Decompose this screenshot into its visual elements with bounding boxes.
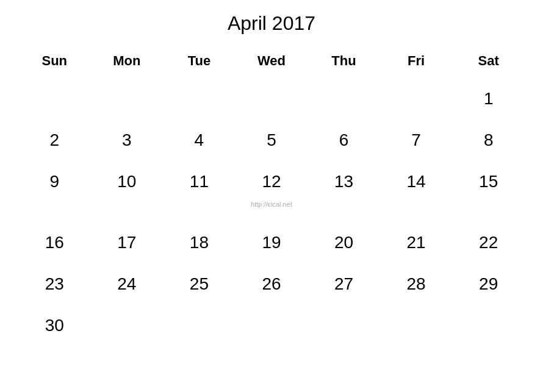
header-sun: Sun — [18, 47, 91, 78]
calendar-day-cell: 10 — [91, 161, 164, 222]
calendar-week-row: 1 — [18, 78, 525, 119]
header-mon: Mon — [91, 47, 164, 78]
calendar-week-row: 2345678 — [18, 119, 525, 161]
header-thu: Thu — [307, 47, 380, 78]
calendar-day-cell: 3 — [91, 119, 164, 161]
calendar-day-cell: 23 — [18, 263, 91, 305]
header-wed: Wed — [236, 47, 308, 78]
calendar-day-cell: 14 — [380, 161, 453, 222]
calendar-day-cell: 25 — [163, 263, 236, 305]
calendar-day-cell: 27 — [307, 263, 380, 305]
calendar-grid: Sun Mon Tue Wed Thu Fri Sat 123456789101… — [18, 47, 525, 346]
calendar-day-cell: 24 — [91, 263, 164, 305]
calendar-day-cell — [163, 305, 236, 346]
calendar-week-row: 23242526272829 — [18, 263, 525, 305]
header-tue: Tue — [163, 47, 236, 78]
calendar-day-cell: 19 — [236, 222, 308, 263]
calendar-day-cell — [236, 78, 308, 119]
calendar-day-cell: 21 — [380, 222, 453, 263]
calendar-day-cell: 20 — [307, 222, 380, 263]
calendar-day-cell — [452, 305, 525, 346]
calendar-day-cell — [163, 78, 236, 119]
calendar-title: April 2017 — [228, 12, 315, 35]
calendar-day-cell: 13 — [307, 161, 380, 222]
calendar-day-cell: 8 — [452, 119, 525, 161]
day-headers-row: Sun Mon Tue Wed Thu Fri Sat — [18, 47, 525, 78]
calendar-week-row: 9101112http://cical.net131415 — [18, 161, 525, 222]
calendar-day-cell: 1 — [452, 78, 525, 119]
calendar-day-cell: 30 — [18, 305, 91, 346]
calendar-day-cell — [91, 305, 164, 346]
calendar-day-cell: 28 — [380, 263, 453, 305]
calendar-day-cell: 18 — [163, 222, 236, 263]
calendar-day-cell: 29 — [452, 263, 525, 305]
calendar-day-cell: 2 — [18, 119, 91, 161]
calendar-day-cell — [91, 78, 164, 119]
calendar-day-cell: 6 — [307, 119, 380, 161]
header-sat: Sat — [452, 47, 525, 78]
calendar-day-cell: 26 — [236, 263, 308, 305]
calendar-body: 123456789101112http://cical.net131415161… — [18, 78, 525, 346]
header-fri: Fri — [380, 47, 453, 78]
calendar-day-cell — [236, 305, 308, 346]
day-number: 12 — [262, 172, 281, 191]
calendar-day-cell: 11 — [163, 161, 236, 222]
calendar-day-cell: 12http://cical.net — [236, 161, 308, 222]
calendar-day-cell — [380, 78, 453, 119]
calendar-day-cell: 15 — [452, 161, 525, 222]
calendar-day-cell: 7 — [380, 119, 453, 161]
calendar-day-cell: 9 — [18, 161, 91, 222]
calendar-day-cell: 22 — [452, 222, 525, 263]
calendar-day-cell — [307, 305, 380, 346]
calendar-day-cell: 17 — [91, 222, 164, 263]
calendar-week-row: 30 — [18, 305, 525, 346]
calendar-day-cell — [307, 78, 380, 119]
calendar-day-cell: 5 — [236, 119, 308, 161]
calendar-day-cell — [380, 305, 453, 346]
watermark: http://cical.net — [251, 201, 292, 208]
calendar-day-cell: 16 — [18, 222, 91, 263]
calendar-day-cell — [18, 78, 91, 119]
calendar-week-row: 16171819202122 — [18, 222, 525, 263]
calendar-day-cell: 4 — [163, 119, 236, 161]
